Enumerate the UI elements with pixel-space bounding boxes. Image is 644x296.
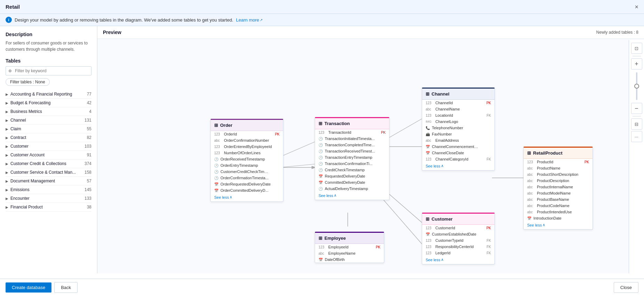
description-title: Description [6, 32, 91, 37]
group-name: Customer Account [10, 153, 87, 157]
close-button[interactable]: × [635, 3, 638, 10]
group-chevron: ▶ [6, 179, 8, 183]
group-count: 42 [87, 100, 91, 105]
create-database-button[interactable]: Create database [6, 282, 51, 293]
retail-product-table-card: ⊞ RetailProduct 123ProductIdPK abcProduc… [523, 147, 593, 230]
group-name: Contract [10, 135, 87, 140]
zoom-in-button[interactable]: + [631, 58, 642, 69]
copy-layout-button[interactable]: ⊟ [631, 118, 642, 130]
group-count: 131 [84, 118, 91, 123]
zoom-slider-thumb[interactable] [634, 84, 639, 89]
sidebar-table-group[interactable]: ▶ Financial Product 38 [6, 203, 91, 212]
description-text: For sellers of consumer goods or service… [6, 40, 91, 52]
tables-title: Tables [6, 58, 91, 64]
group-count: 57 [87, 179, 91, 183]
group-count: 91 [87, 153, 91, 157]
channel-table-title: Channel [432, 91, 449, 97]
preview-title: Preview [103, 30, 121, 35]
sidebar-table-group[interactable]: ▶ Channel 131 [6, 116, 91, 125]
employee-table-card: ⊞ Employee 123EmployeeIdPK abcEmployeeNa… [315, 232, 384, 263]
retail-product-see-less[interactable]: See less ∧ [524, 221, 593, 229]
retail-product-icon: ⊞ [527, 150, 531, 156]
sidebar-table-group[interactable]: ▶ Encounter 133 [6, 194, 91, 203]
group-chevron: ▶ [6, 205, 8, 209]
channel-table-icon: ⊞ [426, 91, 429, 97]
group-chevron: ▶ [6, 171, 8, 174]
customer-table-icon: ⊞ [426, 216, 429, 222]
group-name: Emissions [10, 187, 84, 192]
group-chevron: ▶ [6, 127, 8, 131]
channel-see-less[interactable]: See less ∧ [422, 162, 494, 170]
sidebar-table-group[interactable]: ▶ Document Management 57 [6, 177, 91, 186]
customer-see-less[interactable]: See less ∧ [422, 256, 494, 264]
sidebar-table-group[interactable]: ▶ Customer 103 [6, 142, 91, 151]
group-name: Customer [10, 144, 84, 149]
group-name: Financial Product [10, 205, 87, 209]
info-icon: i [6, 17, 12, 23]
order-table-title: Order [220, 123, 232, 128]
group-count: 145 [84, 187, 91, 192]
transaction-table-icon: ⊞ [319, 121, 322, 126]
group-name: Encounter [10, 196, 84, 201]
group-chevron: ▶ [6, 188, 8, 192]
filter-icon: ⚙ [8, 69, 12, 73]
group-count: 77 [87, 92, 91, 97]
filter-tables-button[interactable]: Filter tables : None [6, 78, 50, 86]
group-chevron: ▶ [6, 110, 8, 114]
group-count: 55 [87, 126, 91, 131]
group-count: 103 [84, 144, 91, 149]
transaction-table-title: Transaction [324, 121, 350, 126]
group-chevron: ▶ [6, 145, 8, 148]
svg-line-6 [280, 164, 316, 167]
learn-more-link[interactable]: Learn more ↗ [236, 17, 263, 23]
group-count: 133 [84, 196, 91, 201]
employee-table-title: Employee [324, 236, 346, 241]
svg-line-5 [280, 141, 316, 157]
sidebar-table-group[interactable]: ▶ Business Metrics 4 [6, 107, 91, 116]
more-options-button[interactable]: ··· [631, 131, 642, 142]
order-see-less[interactable]: See less ∧ [211, 194, 283, 202]
order-table-icon: ⊞ [214, 123, 218, 128]
fit-view-button[interactable]: ⊡ [631, 43, 642, 54]
retail-product-title: RetailProduct [533, 150, 563, 156]
group-name: Business Metrics [10, 109, 89, 114]
group-count: 82 [87, 135, 91, 140]
group-chevron: ▶ [6, 153, 8, 157]
group-count: 38 [87, 205, 91, 209]
sidebar-table-group[interactable]: ▶ Customer Account 91 [6, 151, 91, 159]
group-chevron: ▶ [6, 197, 8, 200]
group-count: 158 [84, 170, 91, 175]
group-chevron: ▶ [6, 118, 8, 122]
transaction-table-card: ⊞ Transaction 123TransactionIdPK 🕐Transa… [315, 117, 389, 200]
group-name: Channel [10, 118, 84, 123]
sidebar-table-group[interactable]: ▶ Customer Credit & Collections 374 [6, 159, 91, 168]
group-name: Budget & Forecasting [10, 100, 87, 105]
zoom-slider-track [636, 72, 637, 100]
close-bottom-button[interactable]: Close [614, 282, 638, 293]
group-chevron: ▶ [6, 162, 8, 166]
group-name: Customer Credit & Collections [10, 161, 84, 166]
group-name: Accounting & Financial Reporting [10, 92, 87, 97]
employee-table-icon: ⊞ [319, 236, 322, 241]
order-table-card: ⊞ Order 123OrderIdPK abcOrderConfirmatio… [210, 119, 283, 202]
sidebar-table-group[interactable]: ▶ Emissions 145 [6, 186, 91, 194]
customer-table-card: ⊞ Customer 123CustomerIdPK 📅CustomerEsta… [422, 213, 495, 264]
sidebar-table-group[interactable]: ▶ Claim 55 [6, 125, 91, 133]
app-title: Retail [6, 4, 20, 10]
sidebar-table-group[interactable]: ▶ Customer Service & Contact Man... 158 [6, 168, 91, 177]
info-text: Design your model by adding or removing … [15, 17, 233, 23]
group-name: Document Management [10, 179, 87, 183]
filter-input[interactable] [6, 66, 91, 75]
back-button[interactable]: Back [54, 282, 78, 293]
sidebar-table-group[interactable]: ▶ Accounting & Financial Reporting 77 [6, 90, 91, 99]
newly-added: Newly added tables : 8 [596, 30, 638, 35]
group-chevron: ▶ [6, 101, 8, 105]
transaction-see-less[interactable]: See less ∧ [315, 192, 389, 200]
group-count: 374 [84, 161, 91, 166]
group-name: Customer Service & Contact Man... [10, 170, 84, 175]
channel-table-card: ⊞ Channel 123ChannelIdPK abcChannelName … [422, 88, 495, 171]
zoom-out-button[interactable]: − [631, 103, 642, 114]
group-chevron: ▶ [6, 92, 8, 96]
sidebar-table-group[interactable]: ▶ Contract 82 [6, 133, 91, 142]
sidebar-table-group[interactable]: ▶ Budget & Forecasting 42 [6, 99, 91, 107]
